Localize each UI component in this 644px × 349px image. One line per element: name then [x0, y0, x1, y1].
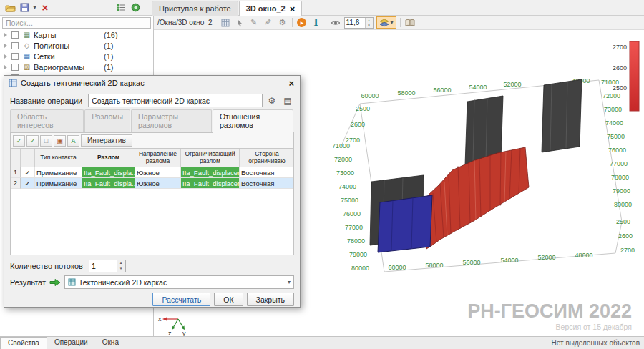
axis-tick-label: 2500	[356, 105, 370, 112]
auto-detect-button[interactable]: A	[67, 135, 79, 147]
tree-checkbox[interactable]	[11, 64, 19, 71]
cell-bounding-fault[interactable]: IIa_Fault_displacem...	[181, 167, 240, 178]
statusbar-tab-windows[interactable]: Окна	[95, 337, 126, 349]
tab-3d-window[interactable]: 3D окно_2×	[239, 1, 303, 16]
open-folder-button[interactable]	[3, 1, 17, 14]
fault-surface-blue[interactable]	[378, 195, 432, 252]
legend-book-button[interactable]	[404, 17, 416, 29]
column-header[interactable]: Тип контакта	[35, 149, 82, 167]
cell-fault[interactable]: IIa_Fault_displa...	[82, 178, 135, 189]
axis-tick-label: 79000	[349, 251, 367, 258]
search-input[interactable]	[2, 17, 151, 29]
close-tab-icon[interactable]: ×	[290, 5, 296, 13]
layers-button[interactable]: ▾	[376, 16, 396, 29]
play-icon: ▶	[297, 18, 306, 27]
axis-tick-label: 52000	[503, 81, 521, 88]
statusbar-tab-properties[interactable]: Свойства	[0, 337, 47, 349]
operation-name-input[interactable]	[88, 94, 263, 107]
layers-dropdown-arrow[interactable]: ▾	[391, 19, 394, 26]
close-button[interactable]: Закрыть	[247, 293, 294, 306]
cell-contact-type[interactable]: Примыкание	[35, 167, 82, 178]
select-cursor-button[interactable]	[233, 17, 246, 29]
interactive-button[interactable]: Интерактив	[81, 134, 132, 147]
cell-side[interactable]: Восточная	[240, 178, 293, 189]
expand-arrow-icon[interactable]	[4, 44, 7, 48]
tree-item-polygons[interactable]: ◇ Полигоны (1)	[0, 40, 153, 51]
cell-side[interactable]: Восточная	[240, 167, 293, 178]
boxed-tool-button[interactable]: ▣	[54, 135, 66, 147]
operation-panel-button[interactable]: ▤	[281, 94, 294, 107]
fault-surface-gray-right[interactable]	[542, 79, 582, 152]
tree-checkbox[interactable]	[11, 42, 19, 49]
tree-checkbox[interactable]	[11, 31, 19, 39]
spin-up-icon[interactable]: ▴	[366, 18, 373, 23]
expand-arrow-icon[interactable]	[4, 65, 7, 69]
fault-surface-red[interactable]	[426, 147, 529, 249]
check-selected-button[interactable]: ✓	[26, 135, 39, 147]
delete-button[interactable]: ×	[38, 1, 52, 14]
dialog-title-bar[interactable]: Создать тектонический 2D каркас ×	[4, 76, 300, 90]
statusbar-tab-operations[interactable]: Операции	[47, 337, 95, 349]
viewport-settings-button[interactable]: ⚙	[276, 17, 289, 29]
row-number[interactable]: 2	[11, 178, 21, 189]
column-header-rownum[interactable]	[11, 149, 21, 167]
spin-down-icon[interactable]: ▾	[117, 266, 125, 272]
tab-fault-parameters[interactable]: Параметры разломов	[131, 109, 212, 132]
tree-item-count: (1)	[104, 63, 113, 72]
tab-fault-relations[interactable]: Отношения разломов	[213, 109, 293, 133]
tab-area-of-interest[interactable]: Область интересов	[10, 109, 84, 132]
column-header[interactable]: Сторона ограничиваю	[240, 149, 293, 167]
save-button[interactable]	[17, 1, 31, 14]
column-header[interactable]: Разлом	[82, 149, 135, 167]
axis-tick-label: 77000	[345, 224, 363, 231]
tab-faults[interactable]: Разломы	[84, 109, 130, 132]
cell-bounding-fault[interactable]: IIa_Fault_displacem...	[181, 178, 240, 189]
status-bar: Свойства Операции Окна Нет выделенных об…	[0, 336, 644, 349]
spin-down-icon[interactable]: ▾	[366, 23, 373, 28]
dialog-close-icon[interactable]: ×	[287, 78, 296, 89]
tree-list-button[interactable]	[114, 1, 128, 14]
row-number[interactable]: 1	[11, 167, 21, 178]
ok-button[interactable]: ОК	[214, 293, 243, 306]
play-button[interactable]: ▶	[296, 17, 308, 29]
cell-direction[interactable]: Южное	[135, 178, 181, 189]
column-header[interactable]: Направление разлома	[135, 149, 181, 167]
expand-arrow-icon[interactable]	[4, 54, 7, 59]
column-header-checkbox[interactable]	[21, 149, 35, 167]
visibility-button[interactable]	[329, 17, 342, 29]
eye-icon	[331, 19, 341, 26]
tree-item-maps[interactable]: ▦ Карты (16)	[0, 29, 153, 40]
axis-tick-label: 74000	[338, 183, 356, 190]
pan-grid-button[interactable]	[219, 17, 232, 29]
row-checkbox[interactable]: ✓	[21, 167, 35, 178]
spin-up-icon[interactable]: ▴	[117, 260, 125, 266]
column-header[interactable]: Ограничивающий разлом	[181, 149, 240, 167]
check-all-button[interactable]: ✓	[13, 135, 25, 147]
operation-settings-button[interactable]: ⚙	[265, 94, 278, 107]
cell-direction[interactable]: Южное	[135, 167, 181, 178]
tree-item-grids[interactable]: ▦ Сетки (1)	[0, 51, 153, 62]
axis-tick-label: 71000	[332, 142, 350, 149]
draw-pencil-button[interactable]: ✎	[248, 17, 260, 29]
expand-arrow-icon[interactable]	[4, 33, 7, 37]
cell-contact-type[interactable]: Примыкание	[35, 178, 82, 189]
uncheck-all-button[interactable]: □	[40, 135, 52, 147]
tree-checkbox[interactable]	[11, 53, 19, 60]
text-tool-button[interactable]: I	[310, 17, 323, 29]
save-dropdown-arrow[interactable]: ▾	[31, 1, 38, 14]
axis-tick-label: 75000	[607, 133, 625, 140]
run-operation-button[interactable]	[128, 1, 142, 14]
result-dropdown[interactable]: Тектонический 2D каркас ▾	[64, 275, 294, 289]
row-checkbox[interactable]: ✓	[21, 178, 35, 189]
application-window: ▾ × Приступая к работе 3D окно_2× ▦ Карт…	[0, 0, 644, 349]
threads-input[interactable]	[89, 260, 117, 272]
edit-pencil-button[interactable]: ✎	[262, 17, 275, 29]
tab-getting-started[interactable]: Приступая к работе	[152, 1, 238, 16]
zoom-input[interactable]	[345, 18, 365, 28]
tree-item-variograms[interactable]: ▨ Вариограммы (1)	[0, 62, 153, 72]
axis-tick-label: 54000	[500, 257, 518, 264]
axis-tick-label: 76000	[343, 210, 361, 217]
cell-fault[interactable]: IIa_Fault_displa...	[82, 167, 135, 178]
calculate-button[interactable]: Рассчитать	[152, 293, 210, 306]
tab-label: Параметры разломов	[138, 112, 178, 129]
